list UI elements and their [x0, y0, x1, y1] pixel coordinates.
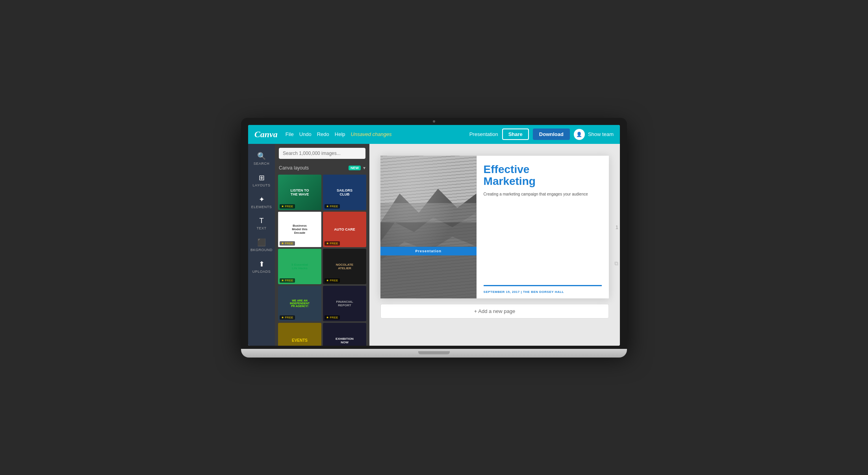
main-content: 🔍 SEARCH ⊞ LAYOUTS ✦ ELEMENTS T TEXT [248, 144, 620, 346]
template-item-3[interactable]: BusinessModel thisDecade ★ FREE [278, 212, 321, 247]
unsaved-status: Unsaved changes [351, 131, 392, 137]
sidebar-icons: 🔍 SEARCH ⊞ LAYOUTS ✦ ELEMENTS T TEXT [248, 144, 275, 346]
sidebar-item-elements[interactable]: ✦ ELEMENTS [250, 192, 273, 212]
laptop-screen: Canva File Undo Redo Help Unsaved change… [248, 125, 620, 346]
slide-date: SEPTEMBER 15, 2017 | THE BEN DORSEY HALL [484, 290, 602, 294]
laptop-bezel: Canva File Undo Redo Help Unsaved change… [241, 118, 627, 349]
laptop-base [241, 349, 627, 358]
template-item-10[interactable]: EXHIBITIONNOW ★ FREE [323, 323, 366, 346]
svg-marker-4 [380, 237, 477, 298]
sidebar-item-background[interactable]: ⬛ BKGROUND [250, 235, 273, 255]
template-item-6[interactable]: NOCOLATEATELIER ★ FREE [323, 249, 366, 284]
show-team-button[interactable]: 👤 Show team [574, 129, 614, 140]
free-badge-3: ★ FREE [280, 241, 295, 246]
show-team-label: Show team [588, 131, 614, 137]
slide-container: Presentation Effective Marketing [380, 156, 609, 299]
sidebar-item-uploads[interactable]: ⬆ UPLOADS [250, 257, 273, 277]
template-item-1[interactable]: LISTEN TOTHE WAVE ★ FREE [278, 175, 321, 210]
chevron-down-icon: ▾ [363, 165, 365, 171]
panel-filter[interactable]: Canva layouts NEW ▾ [275, 163, 369, 173]
slide-image-area: Presentation [380, 156, 477, 299]
slide-title-group: Effective Marketing Creating a marketing… [484, 164, 602, 203]
copy-icon[interactable]: ⧉ [614, 260, 618, 267]
template-item-9[interactable]: EVENTS ★ FREE [278, 323, 321, 346]
nav-redo[interactable]: Redo [317, 131, 329, 137]
background-icon: ⬛ [257, 238, 266, 247]
free-badge-8: ★ FREE [325, 315, 340, 320]
slide-presentation-bar: Presentation [380, 247, 477, 255]
elements-icon: ✦ [259, 195, 265, 204]
presentation-label: Presentation [469, 131, 498, 137]
free-badge-7: ★ FREE [280, 315, 295, 320]
sidebar-item-text[interactable]: T TEXT [250, 214, 273, 233]
laptop-wrapper: Canva File Undo Redo Help Unsaved change… [241, 118, 627, 358]
template-item-7[interactable]: WE ARE ANINDEPENDENTPR AGENCY! ★ FREE [278, 286, 321, 321]
slide-image-svg [380, 156, 477, 299]
sidebar-item-label-search: SEARCH [254, 162, 270, 166]
share-button[interactable]: Share [502, 129, 529, 140]
slide-divider-bar [484, 285, 602, 286]
slide-bottom-section: SEPTEMBER 15, 2017 | THE BEN DORSEY HALL [484, 285, 602, 294]
template-preview-9: EVENTS [278, 323, 321, 346]
svg-rect-0 [380, 156, 477, 299]
layouts-panel: Canva layouts NEW ▾ LISTEN TOTHE WAVE ★ … [275, 144, 369, 346]
avatar: 👤 [574, 129, 585, 140]
page-number: 1 [616, 224, 618, 230]
template-item-5[interactable]: 5 EssentialLife Hacks ★ FREE [278, 249, 321, 284]
svg-marker-2 [380, 188, 477, 298]
canvas-area: Presentation Effective Marketing [369, 144, 620, 346]
free-badge-6: ★ FREE [325, 278, 340, 283]
slide-background-image [380, 156, 477, 299]
download-button[interactable]: Download [533, 129, 570, 140]
layouts-icon: ⊞ [259, 173, 265, 182]
free-badge-2: ★ FREE [325, 204, 340, 209]
template-preview-10: EXHIBITIONNOW [323, 323, 366, 346]
uploads-icon: ⬆ [259, 260, 265, 268]
sidebar-item-label-layouts: LAYOUTS [253, 183, 271, 187]
topbar: Canva File Undo Redo Help Unsaved change… [248, 125, 620, 144]
sidebar-item-search[interactable]: 🔍 SEARCH [250, 149, 273, 169]
nav-menu: File Undo Redo Help Unsaved changes [286, 131, 469, 137]
sidebar-item-label-text: TEXT [256, 226, 266, 230]
search-input[interactable] [279, 148, 365, 159]
svg-rect-6 [380, 203, 477, 222]
slide[interactable]: Presentation Effective Marketing [380, 156, 609, 299]
nav-file[interactable]: File [286, 131, 294, 137]
camera-dot [433, 120, 435, 123]
canva-logo[interactable]: Canva [254, 129, 278, 140]
text-icon: T [260, 217, 264, 225]
add-page-button[interactable]: + Add a new page [380, 304, 609, 319]
panel-search-area [275, 144, 369, 163]
free-badge-5: ★ FREE [280, 278, 295, 283]
free-badge-4: ★ FREE [325, 241, 340, 246]
sidebar-item-label-uploads: UPLOADS [252, 270, 271, 274]
nav-right: Presentation Share Download 👤 Show team [469, 129, 614, 140]
nav-help[interactable]: Help [335, 131, 345, 137]
filter-label: Canva layouts [279, 165, 346, 171]
filter-badge: NEW [349, 166, 361, 170]
nav-undo[interactable]: Undo [299, 131, 312, 137]
sidebar-item-layouts[interactable]: ⊞ LAYOUTS [250, 170, 273, 190]
sidebar-item-label-elements: ELEMENTS [251, 205, 272, 209]
slide-presentation-tag: Presentation [415, 249, 442, 253]
free-badge-1: ★ FREE [280, 204, 295, 209]
template-item-4[interactable]: AUTO CARE ★ FREE [323, 212, 366, 247]
search-icon: 🔍 [257, 152, 266, 160]
templates-grid: LISTEN TOTHE WAVE ★ FREE SAILORSCLUB ★ F… [275, 173, 369, 346]
template-item-2[interactable]: SAILORSCLUB ★ FREE [323, 175, 366, 210]
slide-title: Effective Marketing [484, 164, 602, 188]
template-item-8[interactable]: FINANCIALREPORT ★ FREE [323, 286, 366, 321]
slide-subtitle: Creating a marketing campaign that engag… [484, 192, 602, 197]
slide-content: Effective Marketing Creating a marketing… [477, 156, 609, 299]
sidebar-item-label-background: BKGROUND [250, 248, 273, 252]
svg-rect-1 [380, 156, 477, 203]
laptop-hinge-notch [418, 351, 450, 354]
